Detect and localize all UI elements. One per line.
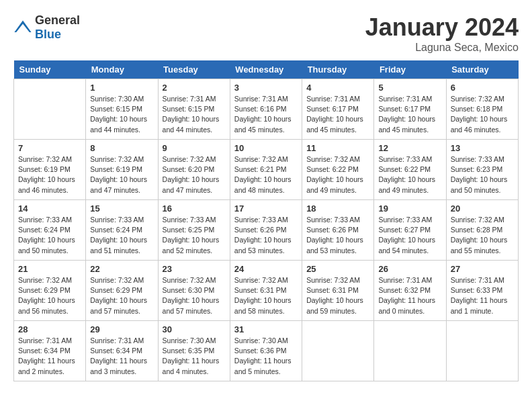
calendar-cell: 1Sunrise: 7:30 AMSunset: 6:15 PMDaylight…: [86, 79, 158, 140]
day-header-tuesday: Tuesday: [158, 60, 230, 79]
calendar-cell: 29Sunrise: 7:31 AMSunset: 6:34 PMDayligh…: [86, 321, 158, 381]
day-info: Sunrise: 7:31 AMSunset: 6:32 PMDaylight:…: [378, 275, 441, 316]
day-number: 20: [451, 203, 514, 214]
day-info: Sunrise: 7:33 AMSunset: 6:26 PMDaylight:…: [306, 215, 369, 256]
calendar-cell: 9Sunrise: 7:32 AMSunset: 6:20 PMDaylight…: [158, 140, 230, 200]
day-info: Sunrise: 7:31 AMSunset: 6:34 PMDaylight:…: [90, 336, 153, 377]
calendar-week-3: 14Sunrise: 7:33 AMSunset: 6:24 PMDayligh…: [14, 200, 519, 261]
calendar-cell: 24Sunrise: 7:32 AMSunset: 6:31 PMDayligh…: [230, 261, 302, 321]
day-header-monday: Monday: [86, 60, 158, 79]
day-number: 2: [163, 83, 226, 93]
calendar-cell: 15Sunrise: 7:33 AMSunset: 6:24 PMDayligh…: [86, 200, 158, 261]
day-number: 30: [163, 324, 226, 334]
day-info: Sunrise: 7:33 AMSunset: 6:27 PMDaylight:…: [378, 215, 441, 256]
day-info: Sunrise: 7:32 AMSunset: 6:29 PMDaylight:…: [90, 275, 153, 316]
day-number: 7: [18, 143, 81, 153]
calendar-cell: 28Sunrise: 7:31 AMSunset: 6:34 PMDayligh…: [14, 321, 86, 381]
day-number: 9: [163, 143, 226, 153]
day-number: 27: [451, 264, 514, 274]
day-info: Sunrise: 7:33 AMSunset: 6:25 PMDaylight:…: [163, 215, 226, 256]
day-number: 16: [163, 203, 226, 214]
calendar-week-2: 7Sunrise: 7:32 AMSunset: 6:19 PMDaylight…: [14, 140, 519, 200]
calendar-cell: 23Sunrise: 7:32 AMSunset: 6:30 PMDayligh…: [158, 261, 230, 321]
day-number: 3: [234, 83, 298, 93]
calendar-cell: 10Sunrise: 7:32 AMSunset: 6:21 PMDayligh…: [230, 140, 302, 200]
day-info: Sunrise: 7:30 AMSunset: 6:36 PMDaylight:…: [234, 336, 298, 377]
day-number: 22: [90, 264, 153, 274]
day-number: 31: [234, 324, 298, 334]
calendar-cell: 13Sunrise: 7:33 AMSunset: 6:23 PMDayligh…: [446, 140, 518, 200]
day-info: Sunrise: 7:31 AMSunset: 6:15 PMDaylight:…: [163, 94, 226, 135]
day-number: 6: [451, 83, 514, 93]
day-number: 13: [451, 143, 514, 153]
day-info: Sunrise: 7:31 AMSunset: 6:17 PMDaylight:…: [306, 94, 369, 135]
calendar-cell: 2Sunrise: 7:31 AMSunset: 6:15 PMDaylight…: [158, 79, 230, 140]
day-info: Sunrise: 7:32 AMSunset: 6:21 PMDaylight:…: [234, 154, 298, 195]
day-number: 8: [90, 143, 153, 153]
calendar-cell: 14Sunrise: 7:33 AMSunset: 6:24 PMDayligh…: [14, 200, 86, 261]
day-number: 12: [378, 143, 441, 153]
calendar-cell: 4Sunrise: 7:31 AMSunset: 6:17 PMDaylight…: [302, 79, 374, 140]
day-number: 17: [234, 203, 298, 214]
calendar-cell: [14, 79, 86, 140]
day-info: Sunrise: 7:32 AMSunset: 6:31 PMDaylight:…: [306, 275, 369, 316]
day-number: 26: [378, 264, 441, 274]
calendar-cell: 20Sunrise: 7:32 AMSunset: 6:28 PMDayligh…: [446, 200, 518, 261]
day-number: 24: [234, 264, 298, 274]
day-header-saturday: Saturday: [446, 60, 518, 79]
calendar-cell: 18Sunrise: 7:33 AMSunset: 6:26 PMDayligh…: [302, 200, 374, 261]
day-info: Sunrise: 7:33 AMSunset: 6:26 PMDaylight:…: [234, 215, 298, 256]
day-header-wednesday: Wednesday: [230, 60, 302, 79]
day-number: 25: [306, 264, 369, 274]
calendar-cell: 7Sunrise: 7:32 AMSunset: 6:19 PMDaylight…: [14, 140, 86, 200]
day-number: 23: [163, 264, 226, 274]
calendar-cell: 5Sunrise: 7:31 AMSunset: 6:17 PMDaylight…: [374, 79, 446, 140]
day-info: Sunrise: 7:32 AMSunset: 6:31 PMDaylight:…: [234, 275, 298, 316]
calendar-table: SundayMondayTuesdayWednesdayThursdayFrid…: [13, 60, 519, 381]
day-header-friday: Friday: [374, 60, 446, 79]
day-info: Sunrise: 7:33 AMSunset: 6:24 PMDaylight:…: [18, 215, 81, 256]
day-info: Sunrise: 7:33 AMSunset: 6:24 PMDaylight:…: [90, 215, 153, 256]
day-info: Sunrise: 7:32 AMSunset: 6:29 PMDaylight:…: [18, 275, 81, 316]
day-info: Sunrise: 7:30 AMSunset: 6:15 PMDaylight:…: [90, 94, 153, 135]
calendar-cell: 19Sunrise: 7:33 AMSunset: 6:27 PMDayligh…: [374, 200, 446, 261]
day-number: 18: [306, 203, 369, 214]
calendar-cell: 26Sunrise: 7:31 AMSunset: 6:32 PMDayligh…: [374, 261, 446, 321]
calendar-cell: 3Sunrise: 7:31 AMSunset: 6:16 PMDaylight…: [230, 79, 302, 140]
day-info: Sunrise: 7:32 AMSunset: 6:28 PMDaylight:…: [451, 215, 514, 256]
day-info: Sunrise: 7:30 AMSunset: 6:35 PMDaylight:…: [163, 336, 226, 377]
logo-text-general: General: [35, 13, 80, 27]
day-info: Sunrise: 7:31 AMSunset: 6:33 PMDaylight:…: [451, 275, 514, 316]
title-area: January 2024 Laguna Seca, Mexico: [365, 13, 519, 54]
calendar-cell: 31Sunrise: 7:30 AMSunset: 6:36 PMDayligh…: [230, 321, 302, 381]
calendar-cell: 30Sunrise: 7:30 AMSunset: 6:35 PMDayligh…: [158, 321, 230, 381]
day-info: Sunrise: 7:32 AMSunset: 6:20 PMDaylight:…: [163, 154, 226, 195]
day-info: Sunrise: 7:32 AMSunset: 6:19 PMDaylight:…: [90, 154, 153, 195]
day-header-thursday: Thursday: [302, 60, 374, 79]
calendar-week-1: 1Sunrise: 7:30 AMSunset: 6:15 PMDaylight…: [14, 79, 519, 140]
day-number: 28: [18, 324, 81, 334]
day-info: Sunrise: 7:33 AMSunset: 6:23 PMDaylight:…: [451, 154, 514, 195]
day-number: 14: [18, 203, 81, 214]
day-info: Sunrise: 7:31 AMSunset: 6:16 PMDaylight:…: [234, 94, 298, 135]
calendar-cell: 6Sunrise: 7:32 AMSunset: 6:18 PMDaylight…: [446, 79, 518, 140]
day-number: 29: [90, 324, 153, 334]
day-info: Sunrise: 7:33 AMSunset: 6:22 PMDaylight:…: [378, 154, 441, 195]
days-header-row: SundayMondayTuesdayWednesdayThursdayFrid…: [14, 60, 519, 79]
calendar-cell: 27Sunrise: 7:31 AMSunset: 6:33 PMDayligh…: [446, 261, 518, 321]
calendar-cell: 22Sunrise: 7:32 AMSunset: 6:29 PMDayligh…: [86, 261, 158, 321]
day-info: Sunrise: 7:32 AMSunset: 6:30 PMDaylight:…: [163, 275, 226, 316]
logo-text-blue: Blue: [35, 28, 61, 41]
calendar-week-5: 28Sunrise: 7:31 AMSunset: 6:34 PMDayligh…: [14, 321, 519, 381]
day-number: 19: [378, 203, 441, 214]
day-number: 21: [18, 264, 81, 274]
calendar-week-4: 21Sunrise: 7:32 AMSunset: 6:29 PMDayligh…: [14, 261, 519, 321]
day-info: Sunrise: 7:31 AMSunset: 6:34 PMDaylight:…: [18, 336, 81, 377]
calendar-title: January 2024: [365, 13, 519, 42]
calendar-cell: [302, 321, 374, 381]
day-number: 4: [306, 83, 369, 93]
day-number: 10: [234, 143, 298, 153]
logo-icon: [13, 18, 32, 37]
day-info: Sunrise: 7:32 AMSunset: 6:18 PMDaylight:…: [451, 94, 514, 135]
header: General Blue January 2024 Laguna Seca, M…: [13, 13, 519, 54]
